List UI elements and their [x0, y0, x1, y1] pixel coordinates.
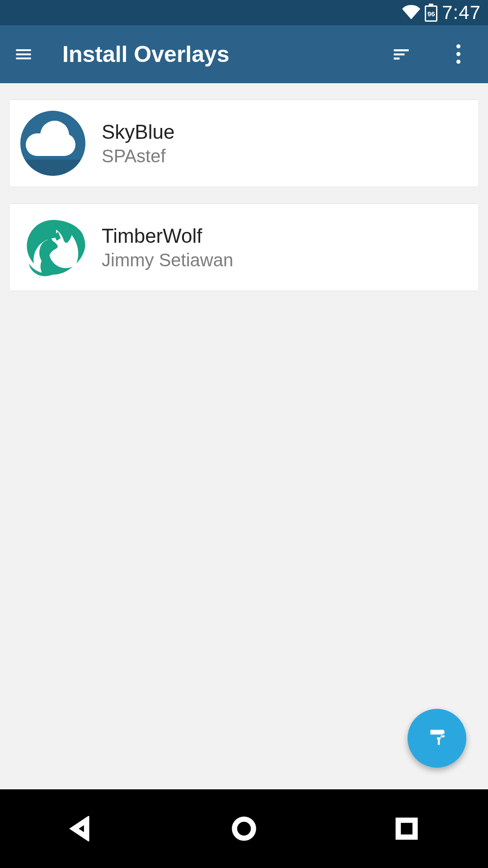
overlay-title: TimberWolf	[102, 225, 233, 247]
paint-roller-icon	[426, 726, 448, 750]
wifi-icon	[402, 3, 420, 23]
menu-icon[interactable]	[13, 43, 34, 65]
sort-icon[interactable]	[389, 42, 414, 67]
cloud-icon	[20, 111, 85, 176]
app-bar: Install Overlays	[0, 25, 488, 83]
overlay-item-skyblue[interactable]: SkyBlue SPAstef	[9, 99, 479, 187]
nav-recent-icon[interactable]	[391, 813, 422, 844]
overlay-title: SkyBlue	[102, 121, 174, 143]
overlay-author: Jimmy Setiawan	[102, 250, 233, 270]
apply-fab[interactable]	[408, 709, 466, 768]
wolf-icon	[20, 215, 85, 280]
svg-point-0	[235, 819, 253, 838]
nav-back-icon[interactable]	[66, 813, 97, 844]
page-title: Install Overlays	[62, 41, 230, 67]
nav-home-icon[interactable]	[228, 813, 260, 844]
more-icon[interactable]	[446, 42, 471, 67]
overlay-item-timberwolf[interactable]: TimberWolf Jimmy Setiawan	[9, 203, 479, 291]
status-bar: 96 7:47	[0, 0, 488, 25]
status-clock: 7:47	[442, 2, 481, 24]
overlay-list: SkyBlue SPAstef TimberWolf Jimmy Setiawa…	[0, 83, 488, 324]
svg-rect-1	[398, 820, 415, 837]
navigation-bar	[0, 789, 488, 868]
battery-level: 96	[425, 5, 437, 22]
battery-icon: 96	[425, 4, 437, 22]
overlay-author: SPAstef	[102, 146, 174, 166]
